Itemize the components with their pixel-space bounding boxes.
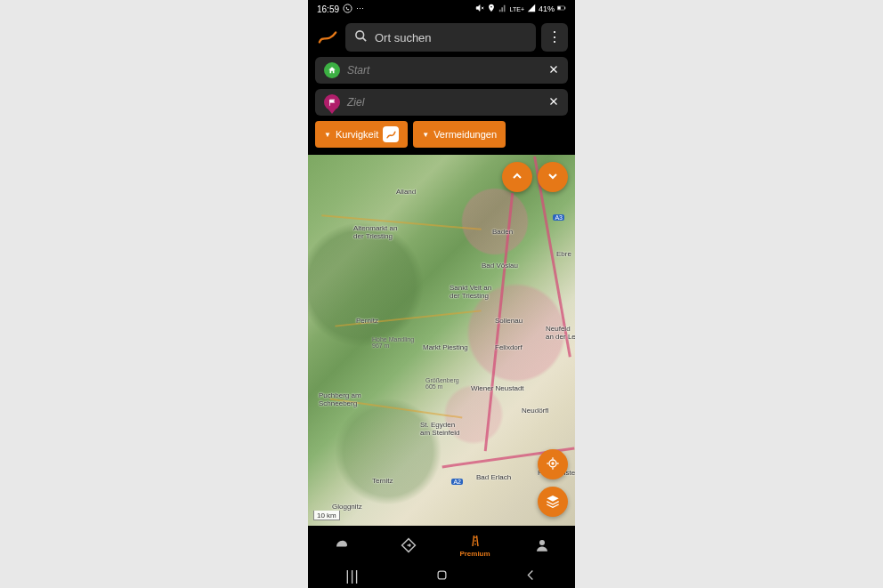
- svg-line-5: [362, 37, 366, 41]
- map-city-label: Ternitz: [372, 478, 393, 486]
- map-city-label: St. Egydenam Steinfeld: [420, 422, 459, 438]
- map-city-label: Felixdorf: [495, 344, 523, 352]
- map-city-label: Baden: [492, 229, 513, 237]
- start-input-row[interactable]: Start: [315, 57, 568, 84]
- collapse-up-button[interactable]: [502, 162, 532, 192]
- battery-text: 41%: [539, 4, 555, 13]
- map-city-label: Pernitz: [356, 318, 378, 326]
- map-road: [321, 214, 481, 230]
- map-city-label: Markt Piesting: [423, 344, 468, 352]
- tab-navigate[interactable]: [375, 537, 442, 553]
- map-city-label: Sankt Veit ander Triesting: [450, 285, 491, 301]
- map-city-label: Ebre: [556, 251, 571, 259]
- map-city-label: Bad Erlach: [476, 474, 511, 482]
- recent-icon: |||: [345, 568, 359, 584]
- top-toolbar: Ort suchen ⋮: [308, 18, 575, 57]
- svg-rect-3: [564, 7, 565, 10]
- waypoint-panel: Start Ziel: [308, 57, 575, 121]
- map-city-label: Neufeldan der Le: [546, 326, 575, 342]
- bottom-tab-bar: Premium: [308, 526, 575, 565]
- svg-rect-2: [557, 6, 560, 9]
- map-city-label: Puchberg amSchneeberg: [319, 392, 361, 408]
- crosshair-icon: [546, 456, 560, 473]
- user-icon: [534, 537, 550, 553]
- start-placeholder: Start: [347, 64, 541, 77]
- map-mountain-label: Hohe Mandling967 m: [372, 336, 414, 349]
- tab-premium-label: Premium: [459, 550, 490, 558]
- android-home-button[interactable]: [433, 568, 450, 584]
- locate-me-button[interactable]: [538, 449, 568, 479]
- battery-icon: [557, 4, 566, 14]
- tab-profile[interactable]: [508, 537, 575, 553]
- highway-badge: A2: [451, 479, 463, 485]
- avoidances-dropdown[interactable]: ▼ Vermeidungen: [413, 121, 506, 148]
- map-mountain-label: Größenberg605 m: [425, 377, 459, 390]
- android-nav-bar: |||: [308, 565, 575, 588]
- directions-icon: [401, 537, 417, 553]
- map-city-label: Bad Vöslau: [482, 262, 518, 270]
- chevron-down-icon: [546, 169, 560, 186]
- highway-badge: A3: [553, 214, 564, 221]
- map-city-label: Wiener Neustadt: [471, 385, 524, 393]
- svg-rect-19: [438, 571, 446, 579]
- helmet-icon: [334, 537, 350, 553]
- map-scale: 10 km: [313, 511, 340, 520]
- destination-placeholder: Ziel: [347, 96, 541, 109]
- caret-down-icon: ▼: [324, 131, 331, 139]
- filter-row: ▼ Kurvigkeit ▼ Vermeidungen: [308, 121, 575, 155]
- map-city-label: Neudörfl: [522, 407, 548, 415]
- android-recent-button[interactable]: |||: [344, 568, 360, 584]
- chevron-up-icon: [510, 169, 524, 186]
- android-back-button[interactable]: [523, 568, 539, 584]
- android-status-bar: 16:59 ⋯ LTE+ 41%: [308, 0, 575, 18]
- mute-icon: [475, 4, 484, 14]
- search-input[interactable]: Ort suchen: [345, 23, 536, 52]
- caret-down-icon: ▼: [422, 131, 429, 139]
- network-label: LTE+: [510, 6, 524, 12]
- home-outline-icon: [435, 568, 449, 585]
- curviness-label: Kurvigkeit: [336, 129, 378, 140]
- phone-frame: 16:59 ⋯ LTE+ 41%: [308, 0, 575, 588]
- search-placeholder: Ort suchen: [375, 31, 432, 44]
- signal-icon-2: [527, 4, 536, 14]
- avoidances-label: Vermeidungen: [433, 129, 497, 140]
- road-icon: [467, 533, 483, 549]
- clear-start-button[interactable]: [548, 63, 559, 77]
- map-city-label: Alland: [396, 189, 416, 197]
- signal-icon: [498, 4, 507, 14]
- destination-input-row[interactable]: Ziel: [315, 89, 568, 116]
- ellipsis-icon: ⋯: [356, 4, 364, 13]
- more-menu-button[interactable]: ⋮: [541, 23, 568, 52]
- home-icon: [324, 62, 340, 78]
- back-icon: [524, 568, 538, 585]
- tab-ride[interactable]: [308, 537, 375, 553]
- flag-pin-icon: [324, 94, 340, 110]
- curviness-preset-icon: [383, 126, 399, 142]
- whatsapp-icon: [343, 4, 352, 15]
- svg-point-0: [344, 4, 352, 12]
- expand-down-button[interactable]: [538, 162, 568, 192]
- map-canvas[interactable]: AllandAltenmarkt ander TriestingBadenBad…: [308, 155, 575, 526]
- search-icon: [354, 29, 368, 45]
- map-city-label: Sollenau: [495, 318, 523, 326]
- svg-point-18: [539, 540, 545, 545]
- svg-point-4: [356, 31, 364, 39]
- map-city-label: Altenmarkt ander Triesting: [353, 225, 397, 241]
- status-time: 16:59: [317, 4, 339, 14]
- curviness-dropdown[interactable]: ▼ Kurvigkeit: [315, 121, 408, 148]
- svg-point-11: [552, 463, 554, 464]
- app-logo[interactable]: [315, 24, 340, 51]
- location-icon: [487, 4, 496, 14]
- map-layers-button[interactable]: [538, 487, 568, 517]
- clear-destination-button[interactable]: [548, 95, 559, 109]
- svg-marker-16: [547, 495, 558, 502]
- layers-icon: [546, 494, 560, 511]
- tab-premium[interactable]: Premium: [442, 533, 508, 558]
